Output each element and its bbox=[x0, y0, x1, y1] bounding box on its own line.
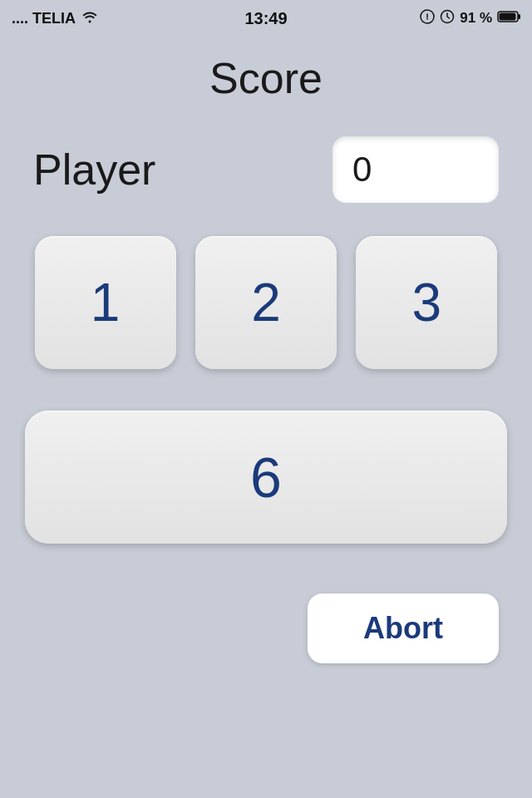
svg-rect-3 bbox=[518, 14, 520, 19]
battery-text: 91 % bbox=[460, 10, 492, 27]
svg-rect-4 bbox=[500, 12, 516, 20]
status-time: 13:49 bbox=[244, 9, 287, 28]
clock-icon bbox=[440, 9, 455, 28]
number-button-2[interactable]: 2 bbox=[195, 236, 337, 369]
wide-number-button-6[interactable]: 6 bbox=[25, 411, 507, 544]
page-title: Score bbox=[0, 53, 532, 103]
abort-button[interactable]: Abort bbox=[308, 594, 499, 663]
lock-icon bbox=[420, 9, 435, 28]
status-right: 91 % bbox=[420, 9, 520, 28]
score-display[interactable]: 0 bbox=[332, 136, 499, 203]
player-label: Player bbox=[33, 145, 155, 195]
abort-button-container: Abort bbox=[0, 594, 532, 663]
carrier-text: .... TELIA bbox=[12, 10, 76, 27]
status-bar: .... TELIA 13:49 91 % bbox=[0, 0, 532, 37]
number-buttons-row: 1 2 3 bbox=[0, 236, 532, 369]
battery-icon bbox=[497, 10, 520, 27]
number-button-1[interactable]: 1 bbox=[35, 236, 176, 369]
player-row: Player 0 bbox=[0, 136, 532, 203]
wifi-icon bbox=[81, 10, 99, 27]
number-button-3[interactable]: 3 bbox=[356, 236, 497, 369]
status-left: .... TELIA bbox=[12, 10, 99, 27]
